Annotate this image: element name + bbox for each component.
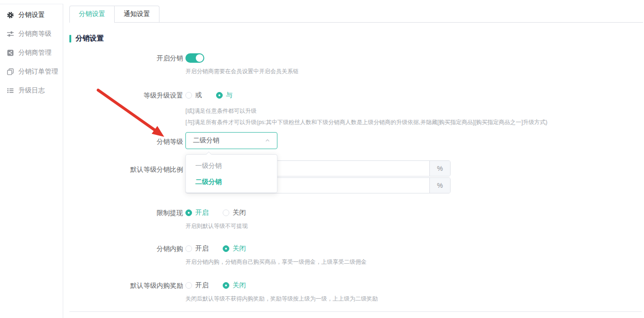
radio-inner-reward-off[interactable]: 关闭: [223, 281, 246, 290]
field-label: 限制提现: [69, 208, 183, 230]
select-value: 二级分销: [193, 136, 265, 145]
chevron-up-icon: [265, 138, 270, 143]
field-help: 关闭后默认等级不获得内购奖励，奖励等级按上级为一级，上上级为二级奖励: [185, 295, 643, 303]
tab-bar: 分销设置 通知设置: [69, 6, 643, 23]
sidebar-item-distributor-level[interactable]: 分销商等级: [0, 25, 63, 43]
field-label: 开启分销: [69, 53, 183, 75]
radio-label: 或: [195, 91, 202, 100]
list-icon: [7, 87, 14, 94]
radio-withdraw-off[interactable]: 关闭: [223, 209, 246, 217]
section-title: 分销设置: [75, 34, 104, 43]
form-row-inner-reward: 默认等级内购奖励 开启 关闭 关闭后默认等级不获得内购奖励，奖励等级按上级为一级…: [69, 281, 643, 303]
percent-suffix: %: [429, 178, 450, 193]
sidebar-item-distribution-settings[interactable]: 分销设置: [0, 6, 63, 25]
dropdown-option-level-2[interactable]: 二级分销: [186, 174, 277, 190]
radio-or[interactable]: 或: [185, 91, 202, 100]
radio-label: 开启: [195, 244, 209, 253]
distribution-level-select[interactable]: 二级分销: [185, 132, 277, 149]
field-help: 开启分销商需要在会员设置中开启会员关系链: [185, 67, 643, 75]
radio-inner-reward-on[interactable]: 开启: [185, 281, 209, 290]
radio-inner-buy-on[interactable]: 开启: [185, 244, 209, 253]
radio-label: 关闭: [233, 244, 246, 253]
upgrade-radio-group: 或 与: [185, 91, 643, 100]
dropdown-option-level-1[interactable]: 一级分销: [186, 158, 277, 174]
main-content: 分销设置 通知设置 分销设置 开启分销 开启分销商需要在会员设置中开启会员关系链: [64, 0, 644, 318]
radio-dot: [185, 209, 192, 216]
tab-distribution-settings[interactable]: 分销设置: [69, 6, 115, 22]
tab-label: 通知设置: [124, 10, 150, 17]
form-row-enable-distribution: 开启分销 开启分销商需要在会员设置中开启会员关系链: [69, 53, 643, 75]
inner-purchase-radio-group: 开启 关闭: [185, 244, 643, 253]
radio-label: 开启: [195, 281, 209, 290]
sidebar-item-distributor-manage[interactable]: 分销商管理: [0, 43, 63, 62]
form-row-restrict-withdraw: 限制提现 开启 关闭 开启则默认等级不可提现: [69, 208, 643, 230]
section-header: 分销设置: [69, 34, 643, 43]
help-line-2: [与]满足所有条件才可以升级(ps:其中下级粉丝人数和下级分销商人数是上级分销商…: [185, 117, 643, 128]
radio-label: 开启: [195, 209, 209, 217]
field-label: 分销内购: [69, 244, 183, 266]
radio-dot: [223, 209, 229, 216]
tab-label: 分销设置: [79, 10, 105, 17]
field-label: 默认等级分销比例: [69, 160, 183, 193]
bottom-divider: [69, 311, 642, 312]
page: 分销设置 分销商等级 分销商管理 分销订单管理 升级日志: [0, 0, 644, 318]
field-label: 等级升级设置: [69, 91, 183, 128]
radio-inner-buy-off[interactable]: 关闭: [223, 244, 246, 253]
sidebar-item-label: 分销订单管理: [18, 67, 58, 76]
inner-reward-radio-group: 开启 关闭: [185, 281, 643, 290]
form-row-inner-purchase: 分销内购 开启 关闭 开启分销内购，分销商自己购买商品，享受一级佣金，上级享受二…: [69, 244, 643, 266]
settings-form: 开启分销 开启分销商需要在会员设置中开启会员关系链 等级升级设置 或: [69, 53, 643, 303]
radio-label: 与: [226, 91, 233, 100]
radio-dot: [223, 282, 229, 289]
tab-notification-settings[interactable]: 通知设置: [115, 6, 159, 22]
field-help: 开启分销内购，分销商自己购买商品，享受一级佣金，上级享受二级佣金: [185, 258, 643, 266]
radio-label: 关闭: [233, 209, 246, 217]
radio-dot: [185, 245, 192, 252]
withdraw-radio-group: 开启 关闭: [185, 208, 643, 218]
form-row-distribution-level: 分销等级 二级分销 一级分销 二级分销: [69, 132, 643, 149]
radio-withdraw-on[interactable]: 开启: [185, 209, 209, 217]
share-icon: [7, 49, 14, 57]
sliders-icon: [7, 30, 14, 38]
form-row-upgrade-setting: 等级升级设置 或 与 [或]满足任意条件都可以升级: [69, 91, 643, 128]
sidebar-item-label: 升级日志: [18, 86, 45, 95]
level-dropdown-panel: 一级分销 二级分销: [185, 154, 277, 193]
percent-suffix: %: [429, 161, 450, 176]
radio-label: 关闭: [233, 281, 246, 290]
gear-icon: [7, 11, 14, 19]
radio-dot: [185, 92, 192, 99]
field-label: 默认等级内购奖励: [69, 281, 183, 303]
radio-dot: [223, 245, 229, 252]
sidebar-item-label: 分销设置: [18, 11, 45, 19]
field-help: 开启则默认等级不可提现: [185, 222, 643, 230]
sidebar: 分销设置 分销商等级 分销商管理 分销订单管理 升级日志: [0, 4, 63, 318]
sidebar-item-label: 分销商等级: [18, 30, 51, 38]
radio-and[interactable]: 与: [216, 91, 233, 100]
sidebar-item-label: 分销商管理: [18, 49, 51, 57]
radio-dot: [216, 92, 223, 99]
radio-dot: [185, 282, 192, 289]
field-label: 分销等级: [69, 132, 183, 149]
sidebar-item-distribution-orders[interactable]: 分销订单管理: [0, 62, 63, 81]
section-accent-bar: [69, 35, 71, 42]
copy-icon: [7, 68, 14, 75]
toggle-knob: [196, 54, 203, 62]
sidebar-item-upgrade-log[interactable]: 升级日志: [0, 81, 63, 100]
form-row-default-ratio: 默认等级分销比例 % %: [69, 160, 643, 193]
enable-distribution-toggle[interactable]: [185, 53, 204, 63]
field-help: [或]满足任意条件都可以升级 [与]满足所有条件才可以升级(ps:其中下级粉丝人…: [185, 105, 643, 128]
help-line-1: [或]满足任意条件都可以升级: [185, 105, 643, 117]
